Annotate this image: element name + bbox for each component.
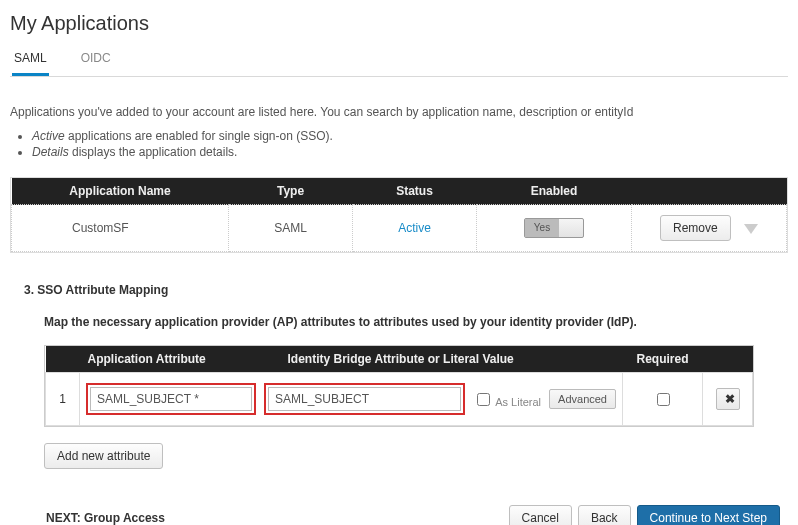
- advanced-button[interactable]: Advanced: [549, 389, 616, 409]
- enabled-toggle[interactable]: Yes: [524, 218, 584, 238]
- bullet-active-em: Active: [32, 129, 65, 143]
- table-row: 1 As Literal: [46, 373, 753, 426]
- row-index: 1: [46, 373, 80, 426]
- app-type-cell: SAML: [229, 205, 353, 252]
- intro-bullets: Active applications are enabled for sing…: [32, 129, 788, 159]
- attr-inputs-cell: As Literal Advanced: [80, 373, 623, 426]
- app-enabled-cell: Yes: [477, 205, 632, 252]
- as-literal-label[interactable]: As Literal: [473, 390, 541, 409]
- as-literal-text: As Literal: [495, 396, 541, 408]
- table-row: CustomSF SAML Active Yes Remove: [12, 205, 787, 252]
- app-status-cell: Active: [353, 205, 477, 252]
- bullet-details-rest: displays the application details.: [69, 145, 238, 159]
- col-status: Status: [353, 178, 477, 205]
- required-checkbox[interactable]: [657, 393, 670, 406]
- chevron-down-icon[interactable]: [744, 224, 758, 234]
- attribute-table: Application Attribute Identity Bridge At…: [45, 346, 753, 426]
- delete-icon[interactable]: ✖: [716, 388, 740, 410]
- col-type: Type: [229, 178, 353, 205]
- cancel-button[interactable]: Cancel: [509, 505, 572, 525]
- col-required: Required: [623, 346, 703, 373]
- col-app-name: Application Name: [12, 178, 229, 205]
- tab-oidc[interactable]: OIDC: [79, 45, 113, 76]
- col-enabled: Enabled: [477, 178, 632, 205]
- bullet-details: Details displays the application details…: [32, 145, 788, 159]
- page-title: My Applications: [10, 12, 788, 35]
- remove-button[interactable]: Remove: [660, 215, 731, 241]
- as-literal-checkbox[interactable]: [477, 393, 490, 406]
- col-app-attr: Application Attribute: [80, 346, 280, 373]
- bullet-active: Active applications are enabled for sing…: [32, 129, 788, 143]
- add-new-attribute-button[interactable]: Add new attribute: [44, 443, 163, 469]
- col-idp-attr: Identity Bridge Attribute or Literal Val…: [280, 346, 623, 373]
- status-active: Active: [398, 221, 431, 235]
- app-attribute-input[interactable]: [90, 387, 252, 411]
- bullet-details-em: Details: [32, 145, 69, 159]
- bullet-active-rest: applications are enabled for single sign…: [65, 129, 333, 143]
- applications-table: Application Name Type Status Enabled Cus…: [11, 178, 787, 252]
- section-title: 3. SSO Attribute Mapping: [24, 283, 788, 297]
- col-actions: [632, 178, 787, 205]
- footer: NEXT: Group Access Cancel Back Continue …: [10, 505, 788, 525]
- required-cell: [623, 373, 703, 426]
- col-idx: [46, 346, 80, 373]
- continue-button[interactable]: Continue to Next Step: [637, 505, 780, 525]
- section-subtext: Map the necessary application provider (…: [44, 315, 788, 329]
- back-button[interactable]: Back: [578, 505, 631, 525]
- toggle-knob: Yes: [525, 219, 559, 237]
- next-label: NEXT: Group Access: [46, 511, 165, 525]
- app-actions-cell: Remove: [632, 205, 787, 252]
- intro-text: Applications you've added to your accoun…: [10, 105, 788, 119]
- delete-cell: ✖: [703, 373, 753, 426]
- col-delete: [703, 346, 753, 373]
- app-name-cell: CustomSF: [12, 205, 229, 252]
- tab-saml[interactable]: SAML: [12, 45, 49, 76]
- tabs: SAML OIDC: [10, 45, 788, 77]
- idp-attribute-input[interactable]: [268, 387, 461, 411]
